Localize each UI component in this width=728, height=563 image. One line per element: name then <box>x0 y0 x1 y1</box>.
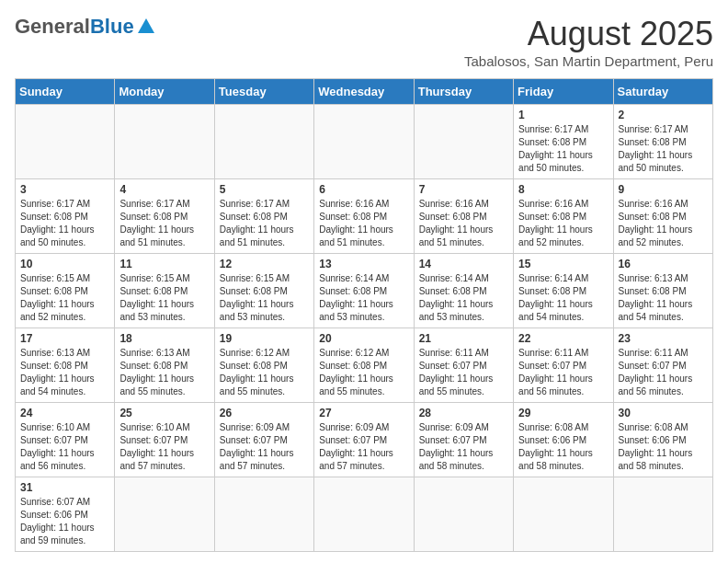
day-info: Sunrise: 6:13 AMSunset: 6:08 PMDaylight:… <box>619 272 708 324</box>
calendar-cell: 13Sunrise: 6:14 AMSunset: 6:08 PMDayligh… <box>314 254 414 328</box>
calendar-cell: 18Sunrise: 6:13 AMSunset: 6:08 PMDayligh… <box>115 328 214 403</box>
day-number: 4 <box>119 183 209 196</box>
calendar-cell: 15Sunrise: 6:14 AMSunset: 6:08 PMDayligh… <box>514 254 613 328</box>
day-info: Sunrise: 6:17 AMSunset: 6:08 PMDaylight:… <box>619 123 708 175</box>
calendar-cell: 7Sunrise: 6:16 AMSunset: 6:08 PMDaylight… <box>414 179 513 254</box>
day-number: 20 <box>319 332 408 345</box>
calendar-cell: 23Sunrise: 6:11 AMSunset: 6:07 PMDayligh… <box>613 328 712 403</box>
title-area: August 2025 Tabalosos, San Martin Depart… <box>464 15 713 69</box>
calendar-cell <box>613 477 712 552</box>
week-row-6: 31Sunrise: 6:07 AMSunset: 6:06 PMDayligh… <box>16 477 713 552</box>
calendar-cell <box>115 477 214 552</box>
day-info: Sunrise: 6:16 AMSunset: 6:08 PMDaylight:… <box>619 198 708 249</box>
day-number: 18 <box>119 332 209 345</box>
calendar-cell: 19Sunrise: 6:12 AMSunset: 6:08 PMDayligh… <box>214 328 313 403</box>
day-number: 27 <box>319 407 408 419</box>
day-info: Sunrise: 6:09 AMSunset: 6:07 PMDaylight:… <box>220 421 309 473</box>
calendar-cell: 30Sunrise: 6:08 AMSunset: 6:06 PMDayligh… <box>613 403 712 477</box>
day-info: Sunrise: 6:08 AMSunset: 6:06 PMDaylight:… <box>518 421 608 473</box>
day-info: Sunrise: 6:08 AMSunset: 6:06 PMDaylight:… <box>619 421 708 473</box>
calendar-cell <box>214 105 313 179</box>
calendar-cell: 8Sunrise: 6:16 AMSunset: 6:08 PMDaylight… <box>514 179 613 254</box>
day-info: Sunrise: 6:16 AMSunset: 6:08 PMDaylight:… <box>518 198 608 249</box>
day-number: 12 <box>220 258 309 270</box>
week-row-2: 3Sunrise: 6:17 AMSunset: 6:08 PMDaylight… <box>16 179 713 254</box>
day-info: Sunrise: 6:10 AMSunset: 6:07 PMDaylight:… <box>119 421 209 473</box>
day-number: 31 <box>20 481 109 494</box>
day-info: Sunrise: 6:15 AMSunset: 6:08 PMDaylight:… <box>119 272 209 324</box>
day-info: Sunrise: 6:11 AMSunset: 6:07 PMDaylight:… <box>518 347 608 398</box>
day-number: 14 <box>419 258 508 270</box>
day-number: 19 <box>220 332 309 345</box>
day-number: 21 <box>419 332 508 345</box>
month-title: August 2025 <box>464 15 713 53</box>
day-info: Sunrise: 6:17 AMSunset: 6:08 PMDaylight:… <box>119 198 209 249</box>
calendar-cell: 22Sunrise: 6:11 AMSunset: 6:07 PMDayligh… <box>514 328 613 403</box>
calendar-cell <box>115 105 214 179</box>
day-number: 23 <box>619 332 708 345</box>
calendar-cell: 2Sunrise: 6:17 AMSunset: 6:08 PMDaylight… <box>613 105 712 179</box>
week-row-5: 24Sunrise: 6:10 AMSunset: 6:07 PMDayligh… <box>16 403 713 477</box>
day-number: 28 <box>419 407 508 419</box>
calendar-cell: 14Sunrise: 6:14 AMSunset: 6:08 PMDayligh… <box>414 254 513 328</box>
day-info: Sunrise: 6:17 AMSunset: 6:08 PMDaylight:… <box>518 123 608 175</box>
day-number: 22 <box>518 332 608 345</box>
day-info: Sunrise: 6:09 AMSunset: 6:07 PMDaylight:… <box>319 421 408 473</box>
calendar-cell <box>16 105 115 179</box>
calendar-table: SundayMondayTuesdayWednesdayThursdayFrid… <box>15 78 713 552</box>
location-title: Tabalosos, San Martin Department, Peru <box>464 53 713 69</box>
week-row-4: 17Sunrise: 6:13 AMSunset: 6:08 PMDayligh… <box>16 328 713 403</box>
calendar-cell: 31Sunrise: 6:07 AMSunset: 6:06 PMDayligh… <box>16 477 115 552</box>
logo: General Blue <box>15 15 154 39</box>
day-info: Sunrise: 6:15 AMSunset: 6:08 PMDaylight:… <box>220 272 309 324</box>
day-info: Sunrise: 6:11 AMSunset: 6:07 PMDaylight:… <box>619 347 708 398</box>
header: General Blue August 2025 Tabalosos, San … <box>15 15 713 69</box>
weekday-header-monday: Monday <box>115 79 214 105</box>
calendar-cell: 3Sunrise: 6:17 AMSunset: 6:08 PMDaylight… <box>16 179 115 254</box>
day-number: 13 <box>319 258 408 270</box>
day-number: 8 <box>518 183 608 196</box>
day-info: Sunrise: 6:12 AMSunset: 6:08 PMDaylight:… <box>319 347 408 398</box>
calendar-cell <box>414 477 513 552</box>
calendar-cell <box>214 477 313 552</box>
calendar-cell: 16Sunrise: 6:13 AMSunset: 6:08 PMDayligh… <box>613 254 712 328</box>
week-row-3: 10Sunrise: 6:15 AMSunset: 6:08 PMDayligh… <box>16 254 713 328</box>
day-number: 6 <box>319 183 408 196</box>
logo-general-text: General <box>15 15 90 39</box>
calendar-cell: 17Sunrise: 6:13 AMSunset: 6:08 PMDayligh… <box>16 328 115 403</box>
calendar-cell <box>314 105 414 179</box>
calendar-cell: 12Sunrise: 6:15 AMSunset: 6:08 PMDayligh… <box>214 254 313 328</box>
calendar-cell: 10Sunrise: 6:15 AMSunset: 6:08 PMDayligh… <box>16 254 115 328</box>
logo-triangle-icon <box>138 18 154 33</box>
day-info: Sunrise: 6:17 AMSunset: 6:08 PMDaylight:… <box>220 198 309 249</box>
logo-blue-text: Blue <box>90 15 134 39</box>
calendar-cell <box>514 477 613 552</box>
day-number: 3 <box>20 183 109 196</box>
calendar-cell <box>314 477 414 552</box>
day-info: Sunrise: 6:11 AMSunset: 6:07 PMDaylight:… <box>419 347 508 398</box>
day-info: Sunrise: 6:09 AMSunset: 6:07 PMDaylight:… <box>419 421 508 473</box>
day-info: Sunrise: 6:14 AMSunset: 6:08 PMDaylight:… <box>319 272 408 324</box>
day-info: Sunrise: 6:10 AMSunset: 6:07 PMDaylight:… <box>20 421 109 473</box>
calendar-cell: 25Sunrise: 6:10 AMSunset: 6:07 PMDayligh… <box>115 403 214 477</box>
calendar-cell: 26Sunrise: 6:09 AMSunset: 6:07 PMDayligh… <box>214 403 313 477</box>
calendar-cell: 9Sunrise: 6:16 AMSunset: 6:08 PMDaylight… <box>613 179 712 254</box>
day-number: 30 <box>619 407 708 419</box>
weekday-header-saturday: Saturday <box>613 79 712 105</box>
day-number: 17 <box>20 332 109 345</box>
day-info: Sunrise: 6:16 AMSunset: 6:08 PMDaylight:… <box>319 198 408 249</box>
calendar-cell: 24Sunrise: 6:10 AMSunset: 6:07 PMDayligh… <box>16 403 115 477</box>
calendar-cell: 5Sunrise: 6:17 AMSunset: 6:08 PMDaylight… <box>214 179 313 254</box>
day-number: 1 <box>518 109 608 121</box>
calendar-cell: 29Sunrise: 6:08 AMSunset: 6:06 PMDayligh… <box>514 403 613 477</box>
weekday-header-thursday: Thursday <box>414 79 513 105</box>
weekday-header-wednesday: Wednesday <box>314 79 414 105</box>
day-info: Sunrise: 6:14 AMSunset: 6:08 PMDaylight:… <box>419 272 508 324</box>
weekday-header-sunday: Sunday <box>16 79 115 105</box>
day-number: 7 <box>419 183 508 196</box>
day-number: 10 <box>20 258 109 270</box>
day-number: 29 <box>518 407 608 419</box>
calendar-cell <box>414 105 513 179</box>
calendar-cell: 4Sunrise: 6:17 AMSunset: 6:08 PMDaylight… <box>115 179 214 254</box>
day-number: 24 <box>20 407 109 419</box>
